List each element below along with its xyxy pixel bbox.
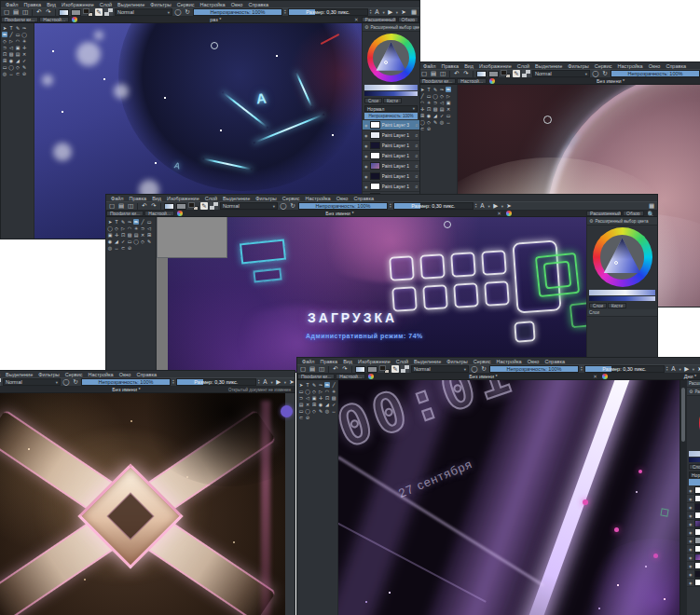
brush-preset-icon[interactable]: ✎ (95, 8, 103, 16)
opacity-slider[interactable]: Непрозрачность: 100% (193, 8, 282, 16)
tool-button[interactable]: ✏ (324, 382, 330, 388)
tool-button[interactable]: ◇ (114, 226, 119, 231)
layer-row[interactable]: ◉ Paint Layer 3 (687, 503, 700, 512)
tool-button[interactable]: ◯ (21, 32, 27, 37)
tab-layers[interactable]: Слои (589, 303, 607, 308)
tool-button[interactable]: T (426, 87, 432, 92)
dock-tab-settings[interactable]: Настрой... (39, 17, 69, 22)
tool-button[interactable]: ◎ (324, 408, 330, 414)
tab-layers[interactable]: Слои (689, 464, 700, 470)
tool-button[interactable]: ⊘ (21, 71, 27, 76)
redo-icon[interactable]: ↷ (462, 70, 470, 77)
visibility-eye-icon[interactable]: ◉ (689, 539, 693, 543)
tool-button[interactable]: ↔ (331, 408, 336, 414)
menu-item[interactable]: Фильтры (253, 196, 279, 201)
menu-item[interactable]: Справка (133, 372, 159, 377)
tool-button[interactable]: ✳ (21, 38, 27, 44)
menu-item[interactable]: Изображение (164, 196, 202, 201)
assistant-a-icon[interactable]: A (262, 378, 269, 386)
blending-checker-icon[interactable] (0, 378, 1, 386)
tool-button[interactable]: ➤ (298, 382, 304, 388)
tool-button[interactable]: ╱ (331, 382, 336, 388)
size-spinner[interactable]: ▴▾ (258, 379, 260, 385)
tool-button[interactable]: ⊞ (146, 232, 152, 238)
tool-button[interactable]: ◁ (146, 226, 152, 231)
save-icon[interactable]: ◫ (318, 365, 325, 373)
settings-icon[interactable]: ⚙ (364, 24, 368, 30)
tool-button[interactable]: ⊡ (120, 232, 126, 238)
tool-button[interactable]: ▭ (446, 113, 451, 118)
menu-item[interactable]: Выделение (115, 2, 147, 7)
tool-button[interactable]: ✛ (114, 232, 119, 238)
brush-preset-icon[interactable]: ✎ (200, 202, 208, 210)
tool-button[interactable]: ➤ (2, 25, 7, 31)
menu-item[interactable]: Файл (420, 63, 439, 69)
workspace-chooser-icon[interactable]: ▦ (648, 202, 655, 210)
visibility-eye-icon[interactable]: ◉ (689, 497, 693, 501)
opacity-slider[interactable]: Непрозрачность: 100% (489, 365, 579, 373)
menu-item[interactable]: Справка (350, 196, 377, 201)
size-slider[interactable]: Размер: 0,30 пикс. (176, 378, 256, 386)
eraser-toggle-icon[interactable]: ◯ (280, 202, 287, 210)
blending-checker-icon[interactable] (401, 365, 409, 373)
visibility-eye-icon[interactable]: ◉ (364, 144, 368, 148)
visibility-eye-icon[interactable]: ◉ (689, 555, 693, 560)
visibility-eye-icon[interactable]: ◉ (364, 184, 368, 189)
menu-item[interactable]: Настройка (86, 372, 117, 377)
tool-button[interactable]: ✑ (439, 87, 445, 92)
color-slider-2[interactable] (589, 296, 655, 301)
tool-button[interactable]: T (114, 219, 119, 225)
menu-item[interactable]: Настройка (303, 196, 334, 201)
layer-row[interactable]: ◉ Paint Layer 1 α (363, 141, 419, 151)
pattern-swatch[interactable] (176, 203, 186, 210)
tool-button[interactable]: ▭ (298, 408, 304, 414)
menu-item[interactable]: Выделение (411, 359, 444, 364)
opacity-spinner[interactable]: ▴▾ (284, 9, 286, 15)
tool-button[interactable]: ⊡ (426, 106, 432, 112)
menu-item[interactable]: Правка (21, 2, 45, 7)
size-slider[interactable]: Размер: 0,30 пикс. (393, 202, 474, 210)
subwindow-titlebar[interactable]: Без имени * ✕ (175, 211, 504, 216)
foreground-background-colors[interactable] (501, 70, 511, 78)
tool-button[interactable]: ⊃ (140, 226, 145, 231)
tool-button[interactable]: ◢ (432, 113, 438, 118)
reload-icon[interactable]: ↻ (289, 202, 296, 210)
tool-button[interactable]: ✎ (146, 239, 152, 244)
tool-button[interactable]: ✎ (120, 219, 126, 225)
settings-icon[interactable]: ⚙ (589, 218, 593, 224)
tool-button[interactable]: ✓ (439, 113, 445, 118)
tool-button[interactable]: ╱ (140, 219, 145, 225)
menu-item[interactable]: Фильтры (147, 2, 173, 7)
new-document-icon[interactable]: ▢ (420, 70, 428, 77)
tool-button[interactable]: ✓ (331, 402, 336, 407)
tool-button[interactable]: ✕ (21, 51, 27, 57)
dock-tab-profiles[interactable]: Профили ки... (1, 17, 38, 22)
tool-button[interactable]: ◉ (8, 58, 14, 63)
canvas-area[interactable]: ЗАГРУЗКА Административный режим: 74% (157, 217, 586, 372)
assistant-a-icon[interactable]: A (374, 8, 381, 16)
layer-row[interactable]: ◉ Paint Layer 6 (687, 528, 700, 537)
blend-mode-dropdown[interactable]: Normal▾ (411, 365, 469, 373)
visibility-eye-icon[interactable]: ◉ (689, 513, 693, 518)
opacity-slider[interactable]: Непрозрачность: 100% (298, 202, 388, 210)
dock-tab-settings[interactable]: Настрой... (144, 211, 174, 216)
tool-button[interactable]: ◯ (8, 64, 14, 70)
layer-blend-dropdown[interactable]: Нормальный▾ (689, 472, 700, 478)
tool-button[interactable]: T (305, 382, 310, 388)
menu-item[interactable]: Окно (228, 2, 246, 7)
undo-icon[interactable]: ↶ (332, 365, 339, 373)
visibility-eye-icon[interactable]: ◉ (689, 488, 693, 493)
color-triangle[interactable] (374, 41, 407, 75)
tool-button[interactable]: ◢ (15, 58, 21, 63)
menu-item[interactable]: Справка (542, 359, 568, 364)
size-spinner[interactable]: ▴▾ (666, 366, 668, 372)
opacity-spinner[interactable]: ▴▾ (390, 203, 391, 209)
eraser-toggle-icon[interactable]: ◯ (471, 365, 478, 373)
color-slider-1[interactable] (689, 451, 700, 457)
subwindow-titlebar[interactable]: раз * ✕ (70, 17, 362, 22)
pointer-icon[interactable]: ➤ (288, 378, 295, 386)
tool-button[interactable]: ✛ (318, 395, 323, 401)
tool-button[interactable]: ✎ (432, 87, 438, 92)
color-slider-1[interactable] (589, 290, 655, 295)
layer-row[interactable]: ◉ Paint Layer 1 α (363, 171, 419, 182)
